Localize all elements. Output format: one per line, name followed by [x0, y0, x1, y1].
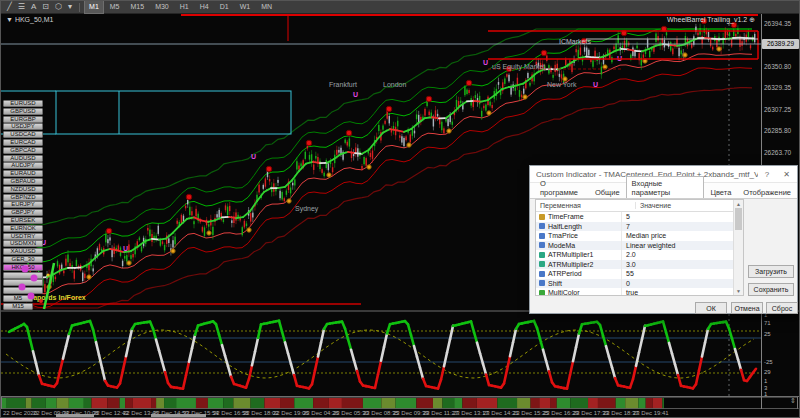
param-row[interactable]: HalfLength7	[536, 222, 743, 232]
time-label: 23 Dec 19:41	[633, 410, 669, 416]
scrollbar-stub[interactable]	[56, 414, 94, 418]
shapes-icon[interactable]: ⬡	[52, 1, 65, 13]
scroll-indicator-icon: ⇕	[790, 397, 796, 405]
symbol-button-obscured[interactable]	[3, 287, 43, 294]
timeframe-m5[interactable]: M5	[105, 0, 125, 14]
param-row[interactable]: ATRMultiplier12.0	[536, 250, 743, 260]
symbol-button-usdtry[interactable]: USDTRY	[3, 233, 43, 240]
symbol-button-eurjpy[interactable]: EURJPY	[3, 201, 43, 208]
param-name: MultiColor	[548, 289, 580, 296]
scroll-thumb[interactable]	[735, 208, 742, 230]
timeframe-m30[interactable]: M30	[150, 0, 174, 14]
trailing-info-icon[interactable]: ⊕	[749, 16, 755, 23]
timeframe-w1[interactable]: W1	[235, 0, 256, 14]
symbol-button-audjpy[interactable]: AUDJPY	[3, 162, 43, 169]
ok-button[interactable]: ОК	[695, 302, 727, 314]
mt4-window: ╱☰A⊡⬡▾ M1M5M15M30H1H4D1W1MN UUUUUUU ▼ HK…	[0, 0, 800, 418]
param-name: HalfLength	[548, 223, 582, 230]
save-button[interactable]: Сохранить	[748, 283, 794, 296]
symbol-button-obscured[interactable]	[3, 279, 43, 286]
toolbar: ╱☰A⊡⬡▾ M1M5M15M30H1H4D1W1MN	[1, 1, 800, 14]
param-row[interactable]: Shift0	[536, 279, 743, 289]
dialog-tab[interactable]: О программе	[534, 176, 589, 198]
symbol-button-gbpaud[interactable]: GBPAUD	[3, 178, 43, 185]
dialog-tab[interactable]: Входные параметры	[626, 176, 705, 198]
symbol-button-gbpcad[interactable]: GBPCAD	[3, 147, 43, 154]
symbol-button-eurusd[interactable]: EURUSD	[3, 100, 43, 107]
table-scrollbar[interactable]: ▲ ▼	[733, 200, 743, 295]
timeframe-m15[interactable]: M15	[126, 0, 150, 14]
param-row[interactable]: TmaPriceMedian price	[536, 231, 743, 241]
symbol-button-obscured[interactable]	[3, 272, 43, 279]
param-row[interactable]: TimeFrame5	[536, 212, 743, 222]
label-icon[interactable]: ⊡	[39, 1, 52, 13]
symbol-button-hkg_50[interactable]: HKG_50	[3, 264, 43, 271]
param-row[interactable]: ModeMaLinear weighted	[536, 241, 743, 251]
close-icon[interactable]: ✕	[776, 170, 797, 179]
symbol-button-eurgbp[interactable]: EURGBP	[3, 116, 43, 123]
param-value[interactable]: Linear weighted	[622, 242, 743, 249]
symbol-button-usdmxn[interactable]: USDMXN	[3, 240, 43, 247]
param-value[interactable]: Median price	[622, 232, 743, 239]
scroll-down-icon[interactable]: ▼	[734, 288, 743, 294]
timeframe-d1[interactable]: D1	[215, 0, 234, 14]
cancel-button[interactable]: Отмена	[731, 302, 763, 314]
symbol-button-euraud[interactable]: EURAUD	[3, 170, 43, 177]
symbol-button-nzdusd[interactable]: NZDUSD	[3, 186, 43, 193]
symbol-button-gbpnzd[interactable]: GBPNZD	[3, 194, 43, 201]
price-tick: 26307.25	[764, 106, 791, 113]
param-value[interactable]: 0	[622, 280, 743, 287]
chart-tf-button-m5[interactable]: M5	[3, 295, 33, 302]
oscillator-tick: -25	[764, 359, 773, 365]
oscillator-tick: 25	[764, 331, 771, 337]
channel-icon[interactable]: ☰	[15, 1, 28, 13]
price-tick: 26329.35	[764, 84, 791, 91]
load-button[interactable]: Загрузить	[748, 265, 794, 278]
scrollbar-stub[interactable]	[151, 414, 206, 418]
dropdown-caret-icon[interactable]: ▾	[65, 1, 75, 13]
dialog-tab[interactable]: Общие	[589, 185, 626, 198]
param-name: ATRMultiplier1	[548, 251, 593, 258]
param-type-icon	[539, 214, 545, 220]
collapse-icon[interactable]: ▼	[6, 16, 13, 23]
trendline-icon[interactable]: ╱	[4, 1, 15, 13]
symbol-button-eursek[interactable]: EURSEK	[3, 217, 43, 224]
oscillator-tick: 29	[764, 369, 771, 375]
chart-tf-button-m15[interactable]: M15	[3, 303, 33, 310]
chart-symbol-period: HKG_50,M1	[15, 16, 54, 23]
symbol-button-gbpjpy[interactable]: GBPJPY	[3, 209, 43, 216]
symbol-button-usdjpy[interactable]: USDJPY	[3, 123, 43, 130]
timeframe-mn[interactable]: MN	[256, 0, 277, 14]
svg-text:U: U	[593, 81, 598, 88]
param-value[interactable]: 2.0	[622, 251, 743, 258]
symbol-button-xauusd[interactable]: XAUUSD	[3, 248, 43, 255]
timeframe-h4[interactable]: H4	[195, 0, 214, 14]
reset-button[interactable]: Сброс	[766, 302, 798, 314]
param-value[interactable]: 7	[622, 223, 743, 230]
param-row[interactable]: ATRPeriod55	[536, 269, 743, 279]
symbol-button-eurcad[interactable]: EURCAD	[3, 139, 43, 146]
timeframe-h1[interactable]: H1	[175, 0, 194, 14]
price-tick: 26263.70	[764, 149, 791, 156]
symbol-button-ger_30[interactable]: GER_30	[3, 256, 43, 263]
param-value[interactable]: 55	[622, 270, 743, 277]
timeframe-m1[interactable]: M1	[84, 0, 104, 14]
dialog-tab[interactable]: Цвета	[704, 185, 737, 198]
param-row[interactable]: MultiColortrue	[536, 288, 743, 296]
dialog-tab[interactable]: Отображение	[737, 185, 797, 198]
param-type-icon	[539, 290, 545, 296]
table-rows: TimeFrame5HalfLength7TmaPriceMedian pric…	[536, 212, 743, 296]
param-value[interactable]: 3.0	[622, 261, 743, 268]
help-button[interactable]: ?	[758, 170, 776, 179]
table-header: Переменная Значение	[536, 200, 743, 212]
param-row[interactable]: ATRMultiplier23.0	[536, 260, 743, 270]
symbol-button-eurnok[interactable]: EURNOK	[3, 225, 43, 232]
param-value[interactable]: 5	[622, 213, 743, 220]
price-tick: 26394.35	[764, 20, 791, 27]
text-icon[interactable]: A	[28, 1, 39, 13]
param-value[interactable]: true	[622, 289, 743, 296]
symbol-button-gbpusd[interactable]: GBPUSD	[3, 108, 43, 115]
symbol-button-usdcad[interactable]: USDCAD	[3, 131, 43, 138]
scroll-up-icon[interactable]: ▲	[734, 201, 743, 207]
symbol-button-audusd[interactable]: AUDUSD	[3, 155, 43, 162]
